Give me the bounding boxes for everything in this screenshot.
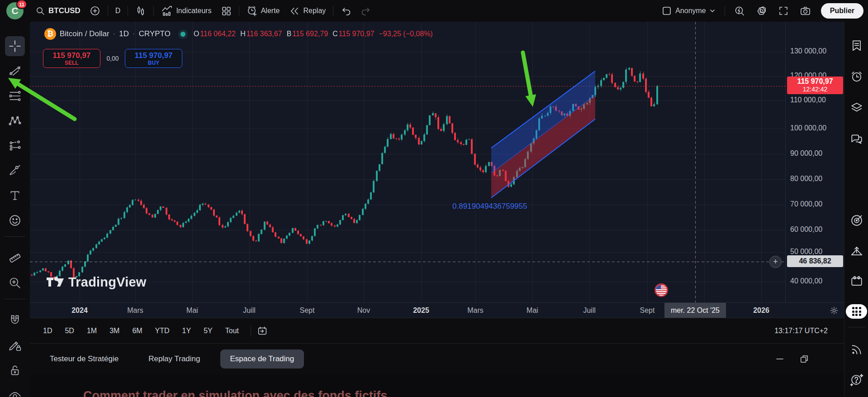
crosshair-icon	[8, 39, 22, 53]
market-status-dot[interactable]	[180, 32, 185, 37]
replay-button[interactable]: Replay	[284, 2, 330, 19]
tab-trading-space[interactable]: Espace de Trading	[220, 349, 304, 368]
divider	[108, 6, 108, 16]
prediction-icon	[8, 139, 22, 153]
layout-name: Anonyme	[675, 7, 706, 15]
help-button[interactable]	[849, 371, 865, 387]
symbol-search-button[interactable]: BTCUSD	[31, 2, 85, 19]
buy-sell-widget: 115 970,97 SELL 0,00 115 970,97 BUY	[43, 49, 182, 68]
indicators-icon	[161, 5, 173, 17]
buy-button[interactable]: 115 970,97 BUY	[125, 49, 182, 68]
price-tick-label: 50 000,00	[790, 248, 822, 256]
tool-crosshair[interactable]	[5, 36, 25, 56]
chat-bubbles-icon	[850, 132, 863, 146]
timezone-settings-gear-icon[interactable]	[830, 306, 839, 315]
watchlist-button[interactable]	[849, 38, 865, 54]
sidebar-divider	[848, 327, 865, 327]
top-movers-button[interactable]	[849, 243, 865, 259]
grid-layout-icon	[221, 5, 232, 16]
maximize-restore-icon[interactable]	[800, 354, 809, 364]
chart-legend[interactable]: ₿ Bitcoin / Dollar · 1D · CRYPTO O116 06…	[44, 28, 433, 40]
close-value: 115 970,97	[339, 30, 375, 38]
session-clock[interactable]: 13:17:17 UTC+2	[774, 327, 828, 335]
publish-button[interactable]: Publier	[821, 3, 863, 19]
price-axis[interactable]: 130 000,00120 000,00110 000,00100 000,00…	[785, 22, 844, 302]
alerts-button[interactable]	[849, 68, 865, 85]
range-button-1d[interactable]: 1D	[38, 324, 57, 338]
range-button-1y[interactable]: 1Y	[177, 324, 196, 338]
price-tick-label: 70 000,00	[790, 200, 822, 208]
alert-button[interactable]: Alerte	[242, 2, 285, 19]
separator-dot: ·	[113, 29, 116, 38]
interval-button[interactable]: D	[111, 2, 125, 19]
drawing-toolbar	[0, 22, 30, 397]
apps-grid-icon	[852, 307, 861, 316]
price-tick-label: 80 000,00	[790, 175, 822, 183]
templates-button[interactable]	[216, 2, 236, 19]
tab-replay-trading[interactable]: Replay Trading	[138, 349, 210, 368]
tool-hide-all[interactable]	[5, 385, 25, 397]
range-button-ytd[interactable]: YTD	[150, 324, 175, 338]
indicators-label: Indicateurs	[176, 7, 211, 15]
screener-gauge-button[interactable]	[849, 212, 865, 229]
quick-search-button[interactable]	[730, 2, 749, 19]
layout-select-button[interactable]: Anonyme	[657, 2, 720, 19]
tab-strategy-tester[interactable]: Testeur de Stratégie	[40, 349, 128, 368]
undo-button[interactable]	[336, 2, 356, 19]
range-button-3m[interactable]: 3M	[104, 324, 124, 338]
chart-style-button[interactable]	[131, 2, 151, 19]
tool-magnet[interactable]	[5, 311, 25, 330]
range-button-tout[interactable]: Tout	[220, 324, 244, 338]
tool-ruler[interactable]	[5, 248, 25, 268]
unlock-icon	[8, 364, 22, 377]
minimize-icon[interactable]	[775, 354, 784, 364]
tool-drawing-lock[interactable]	[5, 335, 25, 355]
range-button-5y[interactable]: 5Y	[199, 324, 218, 338]
tool-brush[interactable]	[5, 161, 25, 181]
tool-fib-retracement[interactable]	[5, 86, 25, 106]
time-tick-label: Juill	[583, 306, 596, 315]
candlestick-icon	[135, 5, 146, 16]
bottom-tabs: Testeur de Stratégie Replay Trading Espa…	[30, 343, 844, 374]
channel-ratio-label[interactable]: 0.8919049436759955	[452, 202, 527, 211]
tool-lock-all[interactable]	[5, 360, 25, 380]
time-axis[interactable]: 2024MarsMaiJuillSeptNov2025MarsMaiJuillS…	[30, 302, 844, 318]
sell-button[interactable]: 115 970,97 SELL	[43, 49, 100, 68]
alert-clock-plus-icon	[247, 5, 258, 17]
tool-zoom-in[interactable]	[5, 273, 25, 293]
calendar-icon	[850, 274, 863, 288]
replay-label: Replay	[303, 7, 326, 15]
tool-trend-channel[interactable]	[5, 61, 25, 81]
toolbar-divider	[5, 299, 25, 299]
redo-button[interactable]	[356, 2, 376, 19]
apps-grid-button[interactable]	[846, 304, 867, 319]
time-tick-label: Mai	[186, 306, 198, 315]
compare-add-button[interactable]	[85, 2, 105, 19]
range-button-6m[interactable]: 6M	[127, 324, 147, 338]
price-tick-label: 60 000,00	[790, 225, 822, 234]
range-button-5d[interactable]: 5D	[60, 324, 79, 338]
buy-price: 115 970,97	[125, 51, 182, 60]
eye-icon	[8, 388, 22, 397]
indicators-button[interactable]: Indicateurs	[157, 2, 216, 19]
clipped-panel-heading: Comment trader en simulation avec des fo…	[83, 389, 387, 397]
settings-button[interactable]	[751, 2, 772, 19]
streams-button[interactable]	[849, 341, 865, 358]
snapshot-button[interactable]	[795, 2, 816, 19]
go-to-date-icon[interactable]	[256, 325, 268, 337]
tool-emoji[interactable]	[5, 210, 25, 230]
user-avatar[interactable]: C 11	[6, 2, 24, 19]
calendar-button[interactable]	[849, 273, 865, 289]
tool-prediction[interactable]	[5, 136, 25, 156]
top-toolbar: C 11 BTCUSD D Indicateurs	[0, 0, 868, 22]
divider	[239, 6, 239, 16]
tool-xabcd-pattern[interactable]	[5, 111, 25, 131]
range-button-1m[interactable]: 1M	[82, 324, 102, 338]
fullscreen-button[interactable]	[773, 2, 793, 19]
chat-button[interactable]	[849, 131, 865, 147]
crosshair-plus-button[interactable]: +	[769, 256, 782, 268]
trading-space-panel: Comment trader en simulation avec des fo…	[30, 374, 844, 397]
tool-text[interactable]	[5, 186, 25, 206]
layers-button[interactable]	[849, 99, 865, 115]
tradingview-app: C 11 BTCUSD D Indicateurs	[0, 0, 868, 397]
